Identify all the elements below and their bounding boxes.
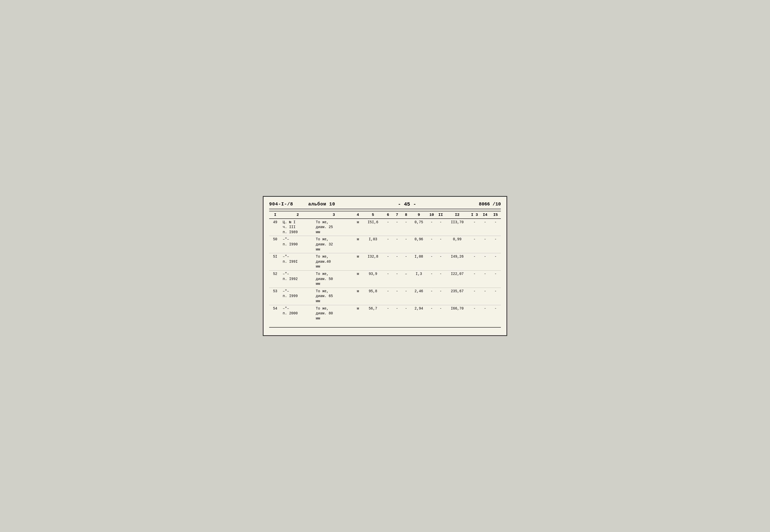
header-center: - 45 - xyxy=(398,201,416,207)
col-header-II: II xyxy=(436,211,445,219)
cell-col15: - xyxy=(491,305,501,322)
column-headers: I2345678910III2I 3I4I5 xyxy=(269,211,501,219)
cell-col2: –"– п. I99I xyxy=(281,253,314,271)
table-row: 50–"– п. I990То же, диам. 32 мммI,03---0… xyxy=(269,236,501,253)
cell-col8: – xyxy=(402,271,411,288)
cell-col11: - xyxy=(436,271,445,288)
main-table: I2345678910III2I 3I4I5 49Ц. № I ч. III п… xyxy=(269,211,501,322)
cell-n: 49 xyxy=(269,219,281,236)
cell-col6: - xyxy=(383,271,393,288)
cell-col14: - xyxy=(480,305,490,322)
cell-col14: - xyxy=(480,253,490,271)
cell-col2: Ц. № I ч. III п. I989 xyxy=(281,219,314,236)
cell-col10: - xyxy=(427,288,436,305)
cell-col13: - xyxy=(469,305,480,322)
cell-col11: - xyxy=(436,236,445,253)
cell-col8: - xyxy=(402,288,411,305)
header-left: 904-I-/8 альбом 10 xyxy=(269,202,335,207)
cell-col10: - xyxy=(427,236,436,253)
cell-col4: м xyxy=(353,288,362,305)
col-header-I2: I2 xyxy=(445,211,469,219)
header: 904-I-/8 альбом 10 - 45 - 8066 /10 xyxy=(269,201,501,209)
table-row: 5I–"– п. I99IТо же, диам.40 мммI32,8---I… xyxy=(269,253,501,271)
cell-col5: I5I,6 xyxy=(362,219,383,236)
cell-col12: I66,70 xyxy=(445,305,469,322)
cell-col12: II3,70 xyxy=(445,219,469,236)
cell-col7: - xyxy=(393,219,402,236)
cell-col4: м xyxy=(353,219,362,236)
cell-col3: То же, диам. 50 мм xyxy=(314,271,353,288)
col-header-8: 8 xyxy=(402,211,411,219)
bottom-border xyxy=(269,327,501,328)
cell-col9: I,08 xyxy=(411,253,427,271)
cell-col4: м xyxy=(353,253,362,271)
cell-col10: - xyxy=(427,219,436,236)
cell-col14: - xyxy=(480,236,490,253)
cell-col6: - xyxy=(383,253,393,271)
cell-col6: - xyxy=(383,288,393,305)
cell-n: 52 xyxy=(269,271,281,288)
cell-col3: То же, диам. 80 мм xyxy=(314,305,353,322)
col-header-I-3: I 3 xyxy=(469,211,480,219)
cell-col12: 0,99 xyxy=(445,236,469,253)
cell-col13: - xyxy=(469,288,480,305)
col-header-I4: I4 xyxy=(480,211,490,219)
cell-col15: - xyxy=(491,288,501,305)
cell-n: 54 xyxy=(269,305,281,322)
cell-col9: I,3 xyxy=(411,271,427,288)
cell-col8: - xyxy=(402,305,411,322)
cell-col2: –"– п. I992 xyxy=(281,271,314,288)
cell-col11: - xyxy=(436,253,445,271)
cell-col15: - xyxy=(491,271,501,288)
cell-col12: I49,26 xyxy=(445,253,469,271)
col-header-5: 5 xyxy=(362,211,383,219)
cell-col3: То же, диам. 65 мм xyxy=(314,288,353,305)
cell-col10: - xyxy=(427,271,436,288)
cell-col13: - xyxy=(469,219,480,236)
cell-col14: - xyxy=(480,288,490,305)
cell-col9: 0,96 xyxy=(411,236,427,253)
cell-col9: 0,75 xyxy=(411,219,427,236)
table-row: 54–"– п. 2000То же, диам. 80 ммм56,7---2… xyxy=(269,305,501,322)
cell-n: 50 xyxy=(269,236,281,253)
album-label: альбом 10 xyxy=(308,202,335,207)
table-row: 53–"– п. I999То же, диам. 65 ммм95,8---2… xyxy=(269,288,501,305)
col-header-I: I xyxy=(269,211,281,219)
cell-col4: м xyxy=(353,236,362,253)
table-wrap: I2345678910III2I 3I4I5 49Ц. № I ч. III п… xyxy=(269,211,501,322)
cell-col2: –"– п. 2000 xyxy=(281,305,314,322)
cell-col13: - xyxy=(469,253,480,271)
cell-col9: 2,46 xyxy=(411,288,427,305)
table-row: 49Ц. № I ч. III п. I989То же, диам. 25 м… xyxy=(269,219,501,236)
cell-col9: 2,94 xyxy=(411,305,427,322)
cell-col11: - xyxy=(436,219,445,236)
cell-col3: То же, диам.40 мм xyxy=(314,253,353,271)
cell-col8: - xyxy=(402,253,411,271)
cell-col6: - xyxy=(383,305,393,322)
cell-col7: - xyxy=(393,253,402,271)
cell-col6: - xyxy=(383,219,393,236)
cell-col5: 93,9 xyxy=(362,271,383,288)
cell-col10: - xyxy=(427,253,436,271)
col-header-I5: I5 xyxy=(491,211,501,219)
col-header-7: 7 xyxy=(393,211,402,219)
cell-col15: - xyxy=(491,219,501,236)
cell-col7: - xyxy=(393,271,402,288)
col-header-2: 2 xyxy=(281,211,314,219)
cell-col7: - xyxy=(393,288,402,305)
cell-col14: - xyxy=(480,219,490,236)
col-header-3: 3 xyxy=(314,211,353,219)
cell-col4: м xyxy=(353,271,362,288)
col-header-10: 10 xyxy=(427,211,436,219)
cell-col11: - xyxy=(436,305,445,322)
cell-col3: То же, диам. 32 мм xyxy=(314,236,353,253)
cell-col11: - xyxy=(436,288,445,305)
header-right: 8066 /10 xyxy=(479,202,501,207)
col-header-9: 9 xyxy=(411,211,427,219)
cell-col8: - xyxy=(402,236,411,253)
cell-col15: - xyxy=(491,253,501,271)
cell-col8: - xyxy=(402,219,411,236)
cell-col6: - xyxy=(383,236,393,253)
table-row: 52–"– п. I992То же, диам. 50 ммм93,9--–I… xyxy=(269,271,501,288)
cell-col2: –"– п. I999 xyxy=(281,288,314,305)
